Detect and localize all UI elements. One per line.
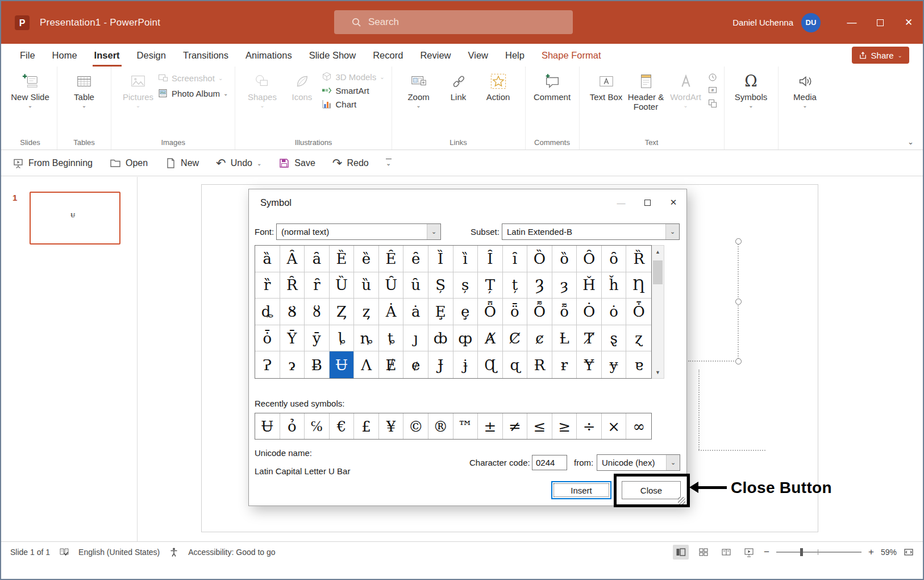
zoom-level[interactable]: 59% bbox=[881, 548, 897, 557]
recent-symbol-cell[interactable]: ∞ bbox=[626, 413, 651, 439]
symbol-cell[interactable]: ȴ bbox=[330, 325, 355, 352]
symbol-cell[interactable]: ȳ bbox=[305, 325, 330, 352]
recent-symbol-cell[interactable]: ¥ bbox=[379, 413, 404, 439]
symbol-cell[interactable]: Ƚ bbox=[552, 325, 577, 352]
symbol-cell[interactable]: ɋ bbox=[503, 351, 528, 378]
tab-insert[interactable]: Insert bbox=[86, 44, 128, 67]
spellcheck-icon[interactable] bbox=[59, 547, 69, 557]
symbol-cell[interactable]: ȃ bbox=[305, 246, 330, 272]
symbol-cell[interactable]: ț bbox=[503, 272, 528, 299]
customize-toolbar-icon[interactable]: ⌄ bbox=[386, 159, 392, 167]
symbol-cell[interactable]: Ȕ bbox=[330, 272, 355, 299]
symbol-cell[interactable]: Ȃ bbox=[280, 246, 305, 272]
symbol-grid-scrollbar[interactable]: ▲ ▼ bbox=[652, 245, 664, 379]
symbol-cell[interactable]: ȕ bbox=[354, 272, 379, 299]
pictures-button[interactable]: Pictures ⌄ bbox=[118, 68, 158, 109]
powerpoint-logo-icon[interactable]: P bbox=[14, 14, 31, 31]
recent-symbol-cell[interactable]: ≤ bbox=[527, 413, 552, 439]
recent-symbol-cell[interactable]: ≠ bbox=[503, 413, 528, 439]
symbol-cell[interactable]: ȿ bbox=[602, 325, 627, 352]
share-button[interactable]: Share ⌄ bbox=[852, 47, 909, 64]
selection-handle[interactable] bbox=[735, 238, 742, 245]
symbol-cell[interactable]: Ȥ bbox=[330, 299, 355, 325]
from-dropdown[interactable]: Unicode (hex) ⌄ bbox=[597, 454, 680, 471]
symbol-cell[interactable]: Ȓ bbox=[280, 272, 305, 299]
date-time-icon[interactable] bbox=[708, 73, 717, 82]
symbol-cell[interactable]: Ɇ bbox=[379, 351, 404, 378]
dialog-title-bar[interactable]: Symbol — ✕ bbox=[249, 189, 686, 216]
screenshot-button[interactable]: Screenshot ⌄ bbox=[158, 73, 228, 83]
recent-symbol-cell[interactable]: Ʉ bbox=[255, 413, 280, 439]
recent-symbol-cell[interactable]: € bbox=[330, 413, 355, 439]
symbol-cell[interactable]: ɂ bbox=[280, 351, 305, 378]
from-beginning-button[interactable]: From Beginning bbox=[13, 158, 93, 169]
symbol-cell[interactable]: ȅ bbox=[354, 246, 379, 272]
link-button[interactable]: Link bbox=[439, 68, 478, 102]
symbol-cell[interactable]: ȑ bbox=[255, 272, 280, 299]
symbol-cell-selected[interactable]: Ʉ bbox=[330, 351, 355, 378]
symbol-cell[interactable]: Ș bbox=[428, 272, 453, 299]
redo-button[interactable]: ↷ Redo bbox=[332, 157, 369, 169]
symbol-cell[interactable]: ɇ bbox=[403, 351, 428, 378]
symbol-cell[interactable]: Ȯ bbox=[577, 299, 602, 325]
tab-shape-format[interactable]: Shape Format bbox=[533, 44, 610, 67]
media-button[interactable]: Media ⌄ bbox=[785, 68, 825, 109]
symbol-cell[interactable]: Ȋ bbox=[478, 246, 503, 272]
symbol-cell[interactable]: ȗ bbox=[403, 272, 428, 299]
close-button[interactable]: Close bbox=[622, 481, 681, 499]
symbol-cell[interactable]: Ȇ bbox=[379, 246, 404, 272]
window-close-button[interactable]: ✕ bbox=[894, 1, 923, 44]
symbol-cell[interactable]: Ȗ bbox=[379, 272, 404, 299]
search-box[interactable]: Search bbox=[334, 10, 573, 34]
tab-home[interactable]: Home bbox=[44, 44, 86, 67]
collapse-ribbon-icon[interactable]: ⌄ bbox=[908, 138, 914, 146]
dialog-maximize-button[interactable] bbox=[634, 189, 660, 216]
recent-symbol-cell[interactable]: ℅ bbox=[305, 413, 330, 439]
tab-help[interactable]: Help bbox=[497, 44, 533, 67]
recent-symbol-cell[interactable]: ® bbox=[428, 413, 453, 439]
smartart-button[interactable]: SmartArt bbox=[322, 85, 384, 96]
language-indicator[interactable]: English (United States) bbox=[78, 548, 160, 557]
object-icon[interactable] bbox=[708, 99, 717, 108]
recent-symbol-cell[interactable]: £ bbox=[354, 413, 379, 439]
tab-review[interactable]: Review bbox=[411, 44, 459, 67]
recent-symbol-cell[interactable]: ÷ bbox=[577, 413, 602, 439]
tab-slide-show[interactable]: Slide Show bbox=[301, 44, 365, 67]
fit-to-window-icon[interactable] bbox=[904, 547, 914, 557]
open-button[interactable]: Open bbox=[110, 158, 148, 169]
zoom-slider-thumb[interactable] bbox=[800, 548, 803, 556]
insert-button[interactable]: Insert bbox=[551, 481, 611, 499]
symbol-cell[interactable]: Ȧ bbox=[379, 299, 404, 325]
symbol-cell[interactable]: ȵ bbox=[354, 325, 379, 352]
symbol-cell[interactable]: Ɂ bbox=[255, 351, 280, 378]
symbol-cell[interactable]: ȡ bbox=[255, 299, 280, 325]
table-button[interactable]: Table ⌄ bbox=[64, 68, 104, 109]
symbol-cell[interactable]: ȏ bbox=[602, 246, 627, 272]
scrollbar-thumb[interactable] bbox=[653, 260, 663, 284]
tab-view[interactable]: View bbox=[460, 44, 497, 67]
action-button[interactable]: Action bbox=[478, 68, 518, 102]
symbol-cell[interactable]: ș bbox=[453, 272, 478, 299]
reading-view-button[interactable] bbox=[718, 545, 734, 560]
font-dropdown[interactable]: (normal text) ⌄ bbox=[276, 223, 441, 240]
symbol-cell[interactable]: Ȫ bbox=[478, 299, 503, 325]
dialog-close-x-button[interactable]: ✕ bbox=[660, 189, 686, 216]
symbol-cell[interactable]: ȥ bbox=[354, 299, 379, 325]
selection-handle[interactable] bbox=[735, 299, 742, 305]
symbol-cell[interactable]: Ȏ bbox=[577, 246, 602, 272]
undo-button[interactable]: ↶ Undo ⌄ bbox=[216, 157, 261, 169]
zoom-out-button[interactable]: − bbox=[764, 547, 769, 557]
recent-symbol-cell[interactable]: ™ bbox=[453, 413, 478, 439]
recent-symbol-cell[interactable]: © bbox=[403, 413, 428, 439]
zoom-button[interactable]: Zoom ⌄ bbox=[399, 68, 439, 109]
symbol-cell[interactable]: ȣ bbox=[305, 299, 330, 325]
recent-symbol-cell[interactable]: ỏ bbox=[280, 413, 305, 439]
recent-symbol-cell[interactable]: ± bbox=[478, 413, 503, 439]
dialog-minimize-button[interactable]: — bbox=[608, 189, 634, 216]
slideshow-view-button[interactable] bbox=[741, 545, 757, 560]
recent-symbol-cell[interactable]: ≥ bbox=[552, 413, 577, 439]
tab-animations[interactable]: Animations bbox=[237, 44, 301, 67]
new-button[interactable]: New bbox=[165, 158, 199, 169]
symbol-cell[interactable]: Ȟ bbox=[577, 272, 602, 299]
character-code-input[interactable] bbox=[532, 455, 567, 470]
